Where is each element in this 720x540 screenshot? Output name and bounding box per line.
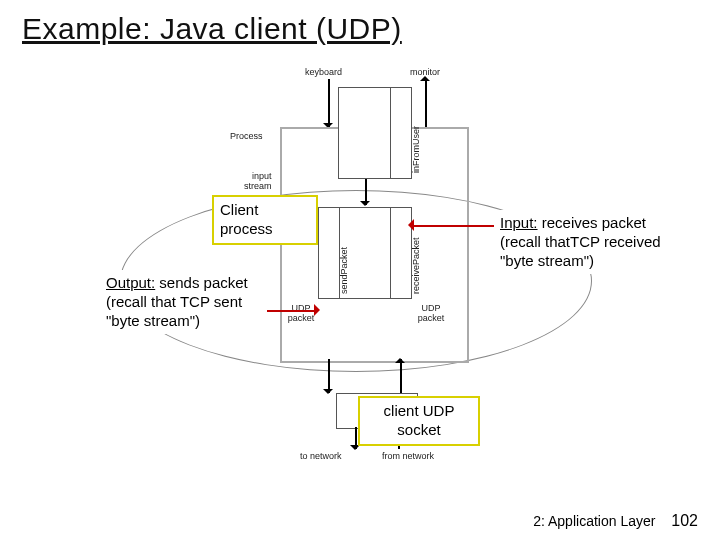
output-callout: Output: sends packet (recall that TCP se… [100,270,267,334]
udp-packet-right-label: UDP packet [410,303,452,323]
to-network-label: to network [300,451,342,461]
monitor-arrow-head [420,71,430,81]
recv-up-head [395,353,405,363]
tonet-head [350,445,360,455]
sendpacket-label: sendPacket [339,247,349,294]
input-stream-label: input stream [244,171,272,191]
upper-inner-box [338,87,394,179]
input-arrow-head [402,219,414,231]
output-arrow [258,310,318,312]
client-udp-socket-callout: client UDP socket [358,396,480,446]
input-arrow [412,225,494,227]
output-arrow-head [314,304,326,316]
slide-title: Example: Java client (UDP) [22,12,402,46]
infromuser-label: inFromUser [411,126,421,173]
input-callout: Input: receives packet (recall thatTCP r… [494,210,676,274]
send-down-arrow [328,359,330,393]
infromuser-strip [390,87,412,179]
footer-page: 102 [671,512,698,529]
process-label: Process [230,131,263,141]
sendpacket-strip [318,207,340,299]
slide-footer: 2: Application Layer 102 [533,512,698,530]
from-network-label: from network [382,451,434,461]
monitor-arrow [425,79,427,127]
receivepacket-label: receivePacket [411,237,421,294]
keyboard-label: keyboard [305,67,342,77]
footer-section: 2: Application Layer [533,513,655,529]
client-process-callout: Client process [212,195,318,245]
recv-up-arrow [400,359,402,393]
keyboard-arrow [328,79,330,127]
mid-arrow-head [360,201,370,211]
send-down-head [323,389,333,399]
